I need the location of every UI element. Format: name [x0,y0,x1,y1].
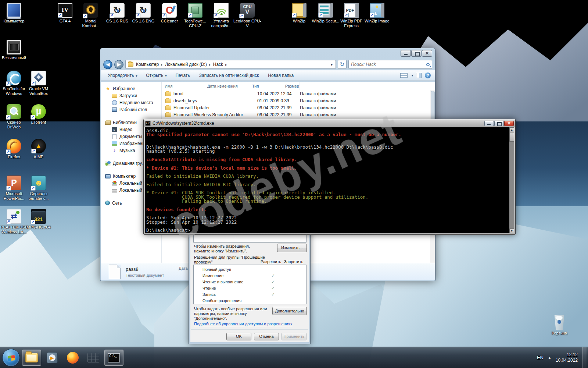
close-button[interactable] [504,121,514,126]
clock[interactable]: 12:12 10.04.2022 [556,352,578,363]
desktop-icon[interactable]: WinZip Image ... [363,3,391,28]
search-box[interactable]: Поиск: Hack [348,60,432,69]
permission-row[interactable]: Изменение ✓ [194,272,306,279]
views-icon[interactable] [400,73,408,78]
breadcrumb-item[interactable]: Локальный диск (D:) [164,62,212,67]
taskbar-media-player-button[interactable] [43,350,62,366]
permission-row[interactable]: Запись ✓ [194,291,306,297]
refresh-icon[interactable]: ↻ [338,60,347,69]
desktop-icon-image [31,139,46,153]
breadcrumb-item[interactable]: Компьютер [135,62,164,67]
maximize-button[interactable] [411,50,422,57]
desktop-icon[interactable]: WinZip [285,3,313,24]
shortcut-arrow-icon [292,13,297,18]
desktop-icon[interactable]: Утилита настройк... [207,3,235,28]
desktop-icon-image [188,3,202,18]
toolbar-button[interactable]: Печать [172,72,194,79]
desktop-icon[interactable]: Сканер Dr.Web [0,104,28,130]
desktop-icon-image [83,3,98,18]
start-button[interactable] [2,349,20,367]
desktop-icon[interactable]: CS 1.6 ENG [129,3,157,24]
desktop-icon[interactable]: REALTEK USB Wireless LA... [0,209,28,234]
change-button[interactable]: Изменить... [277,244,307,252]
learn-more-link[interactable]: Подробнее об управлении доступом и разре… [194,322,292,326]
permission-row[interactable]: Полный доступ [194,266,306,272]
permission-row[interactable]: Особые разрешения [194,297,306,304]
desktop-icon[interactable]: LeoMoon CPU-V [233,3,261,28]
column-header[interactable]: Имя [162,82,204,90]
file-row[interactable]: drweb_keys 01.01.2009 0:39 Папка с файла… [162,97,435,104]
desktop-icon[interactable]: SeaTools for Windows [0,71,28,96]
desktop-icon[interactable]: CS 1.6 RUS [103,3,131,24]
desktop-icon[interactable]: Компьютер [0,3,28,24]
breadcrumb: Компьютер Локальный диск (D:) Hack [135,62,228,67]
advanced-button[interactable]: Дополнительно [272,307,307,315]
file-row[interactable]: broot 10.04.2022 12:04 Папка с файлами [162,90,435,97]
explorer-titlebar[interactable] [100,48,435,59]
desktop-icon[interactable]: µTorrent [25,104,53,125]
hidden-icons-arrow[interactable]: ▲ [548,356,551,360]
minimize-button[interactable] [484,121,494,126]
scroll-up-icon[interactable]: ▲ [509,127,514,132]
desktop-icon[interactable]: Microsoft PowerPoi... [0,176,28,201]
recycle-bin-icon[interactable]: Корзина [545,315,573,336]
permission-label: Изменение [194,273,262,278]
breadcrumb-item[interactable]: Hack [212,62,228,67]
toolbar-button[interactable]: Новая папка [265,72,298,79]
desktop-icon[interactable]: Безымянный [0,40,28,60]
column-header[interactable]: Дата изменения [204,82,249,90]
file-row[interactable]: Elcomsoft Updater 09.04.2022 21:39 Папка… [162,104,435,111]
permission-label: Особые разрешения [194,298,262,303]
desktop-icon[interactable]: Oracle VM VirtualBox [25,71,53,96]
desktop-icon[interactable]: AIMP [25,139,53,159]
taskbar-bricks-button[interactable] [84,350,103,366]
toolbar-button[interactable]: Упорядочить▼ [104,72,141,79]
apply-button[interactable]: Применить [282,333,306,340]
file-row[interactable]: Elcomsoft Wireless Security Auditor 09.0… [162,111,435,118]
ok-button[interactable]: OK [226,333,251,340]
cancel-button[interactable]: Отмена [254,333,279,340]
scrollbar-thumb[interactable] [509,132,514,142]
cmd-titlebar[interactable]: C:\Windows\system32\cmd.exe [144,119,515,127]
desktop-icon[interactable]: TechPowe... GPU-Z [181,3,209,28]
desktop-icon[interactable]: Mortal Kombat... [77,3,105,28]
show-desktop-button[interactable] [582,347,587,368]
console-output[interactable]: ass8.dic The specified parameter cannot … [145,127,509,233]
toolbar-button[interactable]: Открыть▼ [143,72,171,79]
preview-pane-icon[interactable] [416,73,422,78]
permission-row[interactable]: Чтение и выполнение ✓ [194,279,306,285]
toolbar-button[interactable]: Записать на оптический диск [196,72,263,79]
taskbar-firefox-button[interactable] [63,350,82,366]
sidebar-item-icon [112,107,117,112]
permission-row[interactable]: Чтение ✓ [194,285,306,291]
taskbar-explorer-button[interactable] [22,350,41,366]
sidebar-item[interactable]: Загрузки [101,92,161,99]
console-scrollbar[interactable]: ▲ ▼ [509,127,514,233]
desktop-icon[interactable]: Firefox [0,139,28,159]
desktop-icon[interactable]: GTA 4 [51,3,79,24]
views-dropdown-icon[interactable]: ▾ [410,74,413,77]
back-button[interactable] [103,60,112,69]
desktop-icon[interactable]: WinZip PDF Express [337,3,365,28]
sidebar-item[interactable]: Рабочий стол [101,106,161,113]
language-indicator[interactable]: EN [537,355,544,360]
sidebar-item[interactable]: Недавние места [101,99,161,106]
desktop-icon[interactable]: Сериалы онлайн с... [25,176,53,201]
column-header[interactable]: Тип [249,82,282,90]
minimize-button[interactable] [401,50,411,57]
scroll-down-icon[interactable]: ▼ [509,229,514,233]
help-icon[interactable]: ? [425,72,431,78]
forward-button[interactable] [114,60,123,69]
address-bar[interactable]: Компьютер Локальный диск (D:) Hack ▾ [125,60,336,69]
desktop-icon-label: Безымянный [0,56,28,60]
desktop-icon[interactable]: CCleaner [155,3,183,24]
address-dropdown-icon[interactable]: ▾ [329,63,334,67]
sidebar-item[interactable]: Избранное [101,85,161,92]
desktop-icon-image [240,3,255,18]
desktop-icon[interactable]: MPC-HC x64 [25,209,53,230]
desktop-icon[interactable]: WinZip Secur... [312,3,340,24]
taskbar-cmd-button[interactable] [104,350,123,366]
column-header[interactable]: Размер [282,82,300,90]
maximize-button[interactable] [494,121,504,126]
close-button[interactable] [422,50,432,57]
